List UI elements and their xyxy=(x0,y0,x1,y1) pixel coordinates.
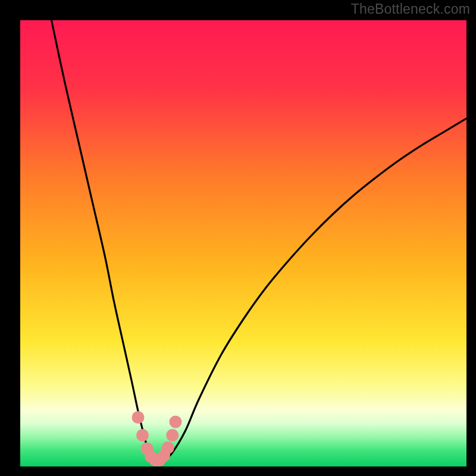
highlight-marker xyxy=(162,441,174,454)
bottleneck-chart xyxy=(20,20,466,466)
highlight-marker xyxy=(166,429,178,441)
highlight-marker xyxy=(132,411,145,424)
watermark-text: TheBottleneck.com xyxy=(351,1,470,17)
gradient-background xyxy=(20,20,466,466)
plot-area xyxy=(20,20,466,466)
highlight-marker xyxy=(136,429,149,441)
chart-frame: TheBottleneck.com xyxy=(0,0,476,476)
highlight-marker xyxy=(170,416,182,428)
